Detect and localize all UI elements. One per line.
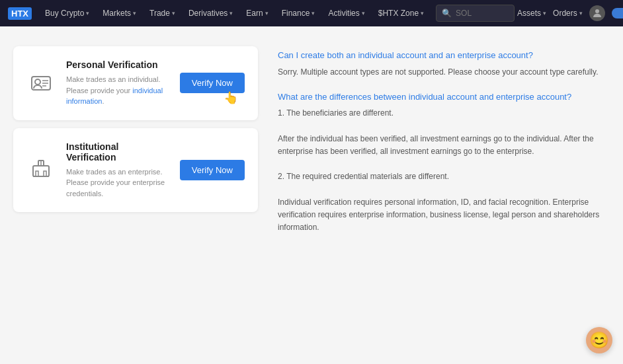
nav-markets[interactable]: Markets ▾ xyxy=(97,0,142,26)
personal-verify-btn-wrapper: Verify Now 👆 xyxy=(180,73,245,93)
logo-box: HTX xyxy=(8,7,32,20)
theme-toggle[interactable] xyxy=(612,8,623,18)
chat-avatar-icon: 😊 xyxy=(589,331,609,349)
svg-point-2 xyxy=(35,79,40,85)
personal-verification-icon xyxy=(26,69,56,98)
avatar[interactable] xyxy=(589,5,605,21)
right-panel: Can I create both an individual account … xyxy=(278,46,610,246)
nav-finance-chevron-icon: ▾ xyxy=(312,10,315,17)
faq-a2-para1: 1. The beneficiaries are different. xyxy=(278,107,610,120)
institutional-verification-content: Institutional Verification Make trades a… xyxy=(66,141,169,200)
chat-avatar-button[interactable]: 😊 xyxy=(586,327,612,353)
nav-htx-zone-label: $HTX Zone xyxy=(378,9,419,18)
nav-orders[interactable]: Orders ▾ xyxy=(553,9,583,18)
institutional-verification-card: Institutional Verification Make trades a… xyxy=(13,128,258,213)
nav-derivatives-chevron-icon: ▾ xyxy=(229,10,233,17)
faq-q1: Can I create both an individual account … xyxy=(278,49,610,62)
nav-right: Assets ▾ Orders ▾ ☰ 📱 ⚙ xyxy=(517,5,623,21)
nav-markets-chevron-icon: ▾ xyxy=(133,10,136,17)
nav-trade-label: Trade xyxy=(149,9,170,18)
institutional-verification-desc: Make trades as an enterprise. Please pro… xyxy=(66,166,169,200)
nav-activities[interactable]: Activities ▾ xyxy=(323,0,370,26)
nav-buy-crypto-chevron-icon: ▾ xyxy=(86,10,89,17)
nav-buy-crypto-label: Buy Crypto xyxy=(45,9,84,18)
logo[interactable]: HTX xyxy=(8,7,32,20)
nav-orders-chevron-icon: ▾ xyxy=(579,10,583,17)
nav-activities-chevron-icon: ▾ xyxy=(362,10,365,17)
navbar: HTX Buy Crypto ▾ Markets ▾ Trade ▾ Deriv… xyxy=(0,0,623,26)
personal-verification-desc: Make trades as an individual. Please pro… xyxy=(66,74,169,107)
search-box[interactable]: 🔍 xyxy=(436,5,515,22)
nav-derivatives-label: Derivatives xyxy=(188,9,228,18)
personal-verify-button[interactable]: Verify Now xyxy=(180,73,245,93)
search-icon: 🔍 xyxy=(442,9,452,18)
faq-a2-para3: 2. The required credential materials are… xyxy=(278,170,610,183)
nav-assets[interactable]: Assets ▾ xyxy=(517,9,546,18)
nav-trade-chevron-icon: ▾ xyxy=(172,10,175,17)
svg-point-0 xyxy=(595,9,599,13)
nav-derivatives[interactable]: Derivatives ▾ xyxy=(183,0,238,26)
institutional-verification-title: Institutional Verification xyxy=(66,141,169,163)
nav-orders-label: Orders xyxy=(553,9,577,18)
svg-rect-9 xyxy=(36,171,38,176)
faq-q2: What are the differences between individ… xyxy=(278,91,610,104)
nav-trade[interactable]: Trade ▾ xyxy=(144,0,181,26)
institutional-verification-icon xyxy=(26,155,56,184)
svg-rect-10 xyxy=(44,171,46,176)
institutional-verify-button[interactable]: Verify Now xyxy=(180,160,245,180)
faq-a2-para2: After the individual has been verified, … xyxy=(278,133,610,158)
nav-activities-label: Activities xyxy=(328,9,359,18)
nav-htx-zone-chevron-icon: ▾ xyxy=(421,10,424,17)
faq-a2: 1. The beneficiaries are different. Afte… xyxy=(278,107,610,234)
nav-htx-zone[interactable]: $HTX Zone ▾ xyxy=(373,0,429,26)
nav-earn[interactable]: Earn ▾ xyxy=(241,0,273,26)
left-panel: Personal Verification Make trades as an … xyxy=(13,46,258,246)
nav-finance-label: Finance xyxy=(282,9,310,18)
nav-assets-label: Assets xyxy=(517,9,541,18)
main-content: Personal Verification Make trades as an … xyxy=(0,26,623,266)
faq-a2-para4: Individual verification requires persona… xyxy=(278,196,610,235)
faq-a1: Sorry. Multiple account types are not su… xyxy=(278,66,610,79)
nav-markets-label: Markets xyxy=(103,9,131,18)
nav-buy-crypto[interactable]: Buy Crypto ▾ xyxy=(40,0,95,26)
personal-verification-title: Personal Verification xyxy=(66,59,169,70)
nav-earn-label: Earn xyxy=(246,9,263,18)
personal-verification-card: Personal Verification Make trades as an … xyxy=(13,46,258,120)
personal-verification-content: Personal Verification Make trades as an … xyxy=(66,59,169,107)
nav-assets-chevron-icon: ▾ xyxy=(543,10,546,17)
nav-earn-chevron-icon: ▾ xyxy=(265,10,269,17)
search-input[interactable] xyxy=(456,9,509,18)
individual-link[interactable]: individual information xyxy=(66,87,163,106)
nav-finance[interactable]: Finance ▾ xyxy=(276,0,321,26)
